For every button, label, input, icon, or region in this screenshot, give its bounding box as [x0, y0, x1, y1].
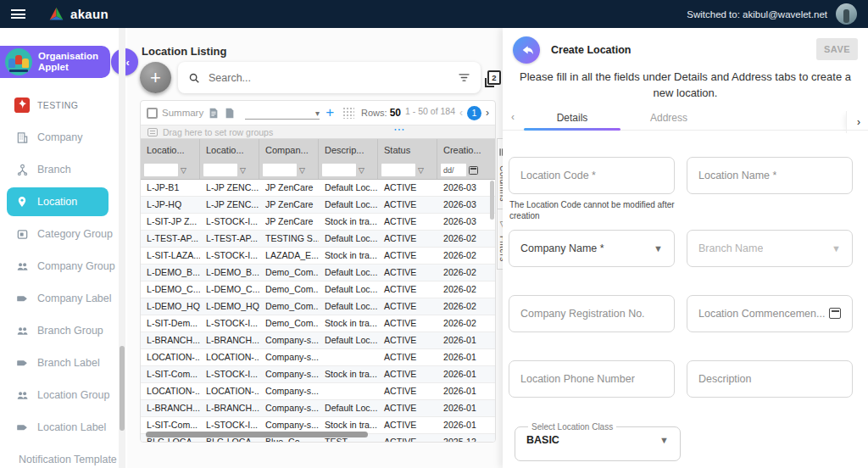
tab-details[interactable]: Details — [524, 105, 620, 130]
column-filter-input[interactable] — [441, 164, 466, 176]
calendar-icon[interactable] — [469, 166, 478, 175]
table-row[interactable]: L-SIT-LAZA...L-STOCK-I...LAZADA_E...Stoc… — [141, 248, 495, 265]
table-row[interactable]: L-JP-HQL-JP ZENC...JP ZenCareDefault Loc… — [141, 197, 495, 214]
sidebar-item-testing[interactable]: TESTING — [0, 89, 119, 121]
table-cell — [319, 349, 378, 365]
user-avatar[interactable] — [836, 3, 857, 25]
filter-funnel-icon[interactable]: ▽ — [181, 166, 186, 175]
column-filter-input[interactable] — [381, 164, 415, 176]
description-field[interactable]: Description — [687, 360, 853, 398]
multi-window-icon[interactable]: 2 — [487, 70, 501, 85]
table-horizontal-scrollbar[interactable] — [146, 432, 368, 437]
column-filter-input[interactable] — [144, 164, 178, 176]
switched-account-text: Switched to: akibul@wavelet.net — [687, 9, 827, 20]
add-location-button[interactable]: + — [140, 62, 171, 93]
saved-view-select[interactable]: ▾ — [245, 107, 320, 120]
back-button[interactable] — [513, 36, 540, 64]
table-cell: ACTIVE — [378, 231, 437, 247]
table-cell: Stock in tra... — [319, 248, 378, 264]
filter-funnel-icon[interactable]: ▽ — [240, 166, 246, 175]
file-icon[interactable] — [224, 107, 236, 120]
filter-funnel-icon[interactable]: ▽ — [299, 166, 305, 175]
column-header-status[interactable]: Status — [378, 139, 437, 161]
filter-funnel-icon[interactable]: ▽ — [359, 166, 364, 175]
export-file-icon[interactable] — [208, 107, 220, 120]
location-code-field[interactable]: Location Code * — [509, 157, 675, 194]
tabs-scroll-left-icon[interactable]: ‹ — [511, 111, 515, 123]
brand-logo[interactable]: akaun — [47, 5, 108, 23]
sidebar-item-location-group[interactable]: Location Group — [0, 379, 119, 411]
sidebar-item-label: Branch Group — [37, 325, 103, 337]
sidebar-item-company-label[interactable]: Company Label — [0, 282, 119, 315]
sidebar-scrollbar[interactable] — [119, 28, 125, 468]
table-row[interactable]: L-DEMO_C...L-DEMO_C...Demo_Com...Default… — [141, 281, 495, 298]
current-page-badge[interactable]: 1 — [467, 106, 481, 120]
tab-address[interactable]: Address — [620, 105, 717, 130]
table-cell: JP ZenCare — [259, 197, 319, 213]
column-filter-cell: ▽ — [141, 161, 200, 179]
brand-name: akaun — [70, 7, 108, 21]
sidebar-item-company-group[interactable]: Company Group — [0, 250, 119, 282]
phone-number-field[interactable]: Location Phone Number — [509, 360, 675, 398]
calendar-icon[interactable] — [829, 308, 841, 319]
grid-layout-icon[interactable] — [342, 107, 354, 119]
filter-funnel-icon[interactable]: ▽ — [418, 166, 424, 175]
sidebar-item-notification-template[interactable]: Notification Template — [0, 443, 119, 468]
prev-page-icon[interactable]: ‹ — [459, 107, 463, 119]
add-view-icon[interactable]: + — [326, 104, 334, 121]
chevron-down-icon: ▼ — [659, 435, 669, 445]
table-cell: Company-s... — [259, 332, 319, 348]
sidebar-item-location[interactable]: Location — [7, 187, 108, 216]
column-filter-input[interactable] — [203, 164, 237, 176]
summary-checkbox[interactable] — [147, 108, 158, 119]
save-button[interactable]: SAVE — [816, 38, 858, 60]
row-group-dropzone[interactable]: Drag here to set row groups — [141, 125, 495, 139]
company-registration-field[interactable]: Company Registration No. — [509, 295, 675, 332]
table-row[interactable]: LOCATION-...LOCATION-...Company-s...ACTI… — [141, 349, 495, 366]
location-class-select[interactable]: Select Location Class BASIC ▼ — [515, 422, 681, 461]
table-cell: Company-s... — [259, 400, 319, 416]
table-vertical-scrollbar[interactable] — [490, 181, 494, 220]
branch-name-select[interactable]: Branch Name▼ — [687, 230, 853, 267]
table-cell: L-DEMO_B... — [141, 265, 200, 281]
table-row[interactable]: L-TEST-AP...L-TEST-AP...TESTING S...Defa… — [141, 231, 495, 248]
column-header-locatio[interactable]: Locatio... — [141, 139, 200, 161]
table-cell: ACTIVE — [378, 281, 437, 298]
table-row[interactable]: L-BRANCH...L-BRANCH...Company-s...Defaul… — [141, 332, 495, 349]
table-row[interactable]: L-SIT-Dem...L-STOCK-I...Demo_Com...Stock… — [141, 315, 495, 332]
sidebar-item-company[interactable]: Company — [0, 121, 119, 153]
table-row[interactable]: L-SIT-JP Z...L-STOCK-I...JP ZenCareStock… — [141, 214, 495, 231]
table-row[interactable]: LOCATION-...LOCATION-...Company-s...ACTI… — [141, 383, 495, 400]
rows-per-page[interactable]: 50 — [390, 107, 401, 119]
location-name-field[interactable]: Location Name * — [687, 157, 853, 194]
overflow-dots-icon[interactable]: ⋯ — [393, 122, 407, 136]
table-cell: Default Loc... — [319, 180, 378, 196]
menu-icon[interactable] — [11, 9, 25, 19]
location-code-note: The Location Code cannot be modified aft… — [509, 199, 679, 221]
filter-sort-icon[interactable] — [458, 73, 470, 82]
column-header-locatio[interactable]: Locatio... — [200, 139, 259, 161]
commencement-date-field[interactable]: Location Commencemen... — [687, 295, 853, 332]
sidebar-item-branch-group[interactable]: Branch Group — [0, 315, 119, 347]
search-input[interactable] — [207, 71, 451, 85]
sidebar-item-category-group[interactable]: Category Group — [0, 218, 119, 250]
table-row[interactable]: L-SIT-Com...L-STOCK-I...Company-s...Stoc… — [141, 366, 495, 383]
sidebar-item-label: Location Label — [37, 421, 106, 433]
table-row[interactable]: L-JP-B1L-JP ZENC...JP ZenCareDefault Loc… — [141, 180, 495, 197]
table-cell: L-SIT-Com... — [141, 366, 200, 382]
sidebar-item-branch-label[interactable]: Branch Label — [0, 347, 119, 379]
company-name-select[interactable]: Company Name *▼ — [509, 230, 675, 267]
table-row[interactable]: L-BRANCH...L-BRANCH...Company-s...Defaul… — [141, 400, 495, 417]
column-header-creatio[interactable]: Creatio... — [437, 139, 496, 161]
table-cell: Stock in tra... — [319, 214, 378, 230]
next-page-icon[interactable]: › — [486, 107, 489, 119]
column-filter-input[interactable] — [263, 164, 297, 176]
table-row[interactable]: L-DEMO_B...L-DEMO_B...Demo_Com...Default… — [141, 265, 495, 281]
table-row[interactable]: L-DEMO_HQL-DEMO_HQDemo_Com...Default Loc… — [141, 298, 495, 315]
sidebar-item-location-label[interactable]: Location Label — [0, 411, 119, 443]
column-header-compan[interactable]: Compan... — [259, 139, 319, 161]
tabs-scroll-right-icon[interactable]: › — [846, 111, 860, 133]
sidebar-item-branch[interactable]: Branch — [0, 153, 119, 186]
column-header-descrip[interactable]: Descrip... — [319, 139, 378, 161]
column-filter-input[interactable] — [322, 164, 356, 176]
